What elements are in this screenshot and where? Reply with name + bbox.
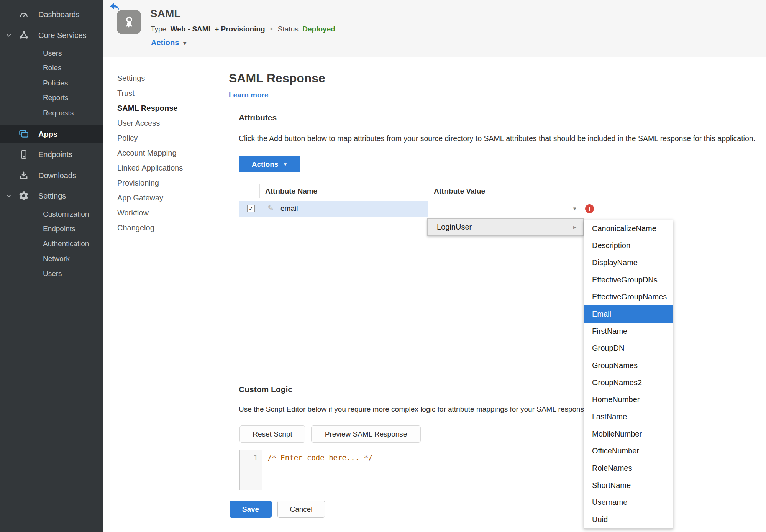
meta-separator: • [270, 25, 273, 33]
chevron-down-icon[interactable] [5, 192, 13, 200]
custom-logic-heading: Custom Logic [239, 385, 292, 394]
apps-icon [18, 128, 30, 140]
editor-gutter: 1 [240, 450, 262, 490]
attributes-table: Attribute Name Attribute Value ✓ ✎ email… [239, 182, 596, 369]
sidebar-item-dashboards[interactable]: Dashboards [0, 7, 103, 22]
submenu-item-lastname[interactable]: LastName [584, 408, 673, 425]
sidebar-item-settings[interactable]: Settings [0, 188, 103, 204]
caret-right-icon: ▸ [573, 223, 576, 231]
sidebar-item-label: Endpoints [38, 150, 72, 159]
chevron-down-icon[interactable] [5, 31, 13, 39]
status-badge: Deployed [302, 25, 335, 33]
sidebar-item-apps-active[interactable]: Apps [0, 125, 103, 143]
custom-logic-description: Use the Script Editor below if you requi… [239, 405, 590, 414]
type-value: Web - SAML + Provisioning [171, 25, 265, 33]
submenu-item-mobilenumber[interactable]: MobileNumber [584, 425, 673, 443]
line-number: 1 [254, 453, 258, 462]
status-label: Status: [278, 25, 300, 33]
subnav-app-gateway[interactable]: App Gateway [117, 190, 205, 205]
subnav-saml-response[interactable]: SAML Response [117, 101, 205, 116]
pencil-icon[interactable]: ✎ [267, 204, 274, 213]
core-services-icon [18, 29, 30, 41]
submenu-item-description[interactable]: Description [584, 237, 673, 255]
submenu-item-groupnames[interactable]: GroupNames [584, 357, 673, 374]
phone-icon [18, 148, 30, 161]
attributes-description: Click the Add button below to map attrib… [239, 134, 755, 143]
sidebar-item-roles[interactable]: Roles [0, 60, 103, 76]
learn-more-link[interactable]: Learn more [229, 91, 268, 99]
header-actions-dropdown[interactable]: Actions▼ [151, 38, 187, 47]
subnav-linked-applications[interactable]: Linked Applications [117, 161, 205, 176]
script-editor[interactable]: 1 /* Enter code here... */ [239, 450, 596, 490]
loginuser-menu-item[interactable]: LoginUser ▸ [427, 218, 584, 236]
subnav-divider [210, 75, 210, 489]
caret-down-icon: ▼ [572, 206, 577, 212]
submenu-item-groupdn[interactable]: GroupDN [584, 340, 673, 357]
submenu-item-groupnames2[interactable]: GroupNames2 [584, 374, 673, 391]
submenu-item-firstname[interactable]: FirstName [584, 323, 673, 340]
column-separator [428, 184, 428, 200]
table-row-email[interactable]: ✓ ✎ email ▼ ! [239, 201, 596, 217]
submenu-item-canonicalizename[interactable]: CanonicalizeName [584, 220, 673, 237]
sidebar-item-network[interactable]: Network [0, 251, 103, 266]
sidebar-item-users-settings[interactable]: Users [0, 266, 103, 281]
submenu-item-shortname[interactable]: ShortName [584, 477, 673, 494]
subnav-workflow[interactable]: Workflow [117, 205, 205, 220]
reset-script-button[interactable]: Reset Script [239, 425, 305, 443]
row-checkbox[interactable]: ✓ [247, 205, 255, 212]
attribute-value-dropdown[interactable]: ▼ ! [428, 201, 596, 217]
attribute-name-cell: email [280, 204, 298, 213]
editor-code-line[interactable]: /* Enter code here... */ [267, 453, 373, 462]
submenu-item-rolenames[interactable]: RoleNames [584, 460, 673, 477]
saml-app-icon [117, 10, 141, 34]
subnav-settings[interactable]: Settings [117, 71, 205, 86]
sidebar-item-endpoints[interactable]: Endpoints [0, 147, 103, 162]
column-header-attribute-value: Attribute Value [434, 182, 485, 200]
save-button[interactable]: Save [230, 501, 272, 518]
sidebar-item-downloads[interactable]: Downloads [0, 168, 103, 183]
sidebar-item-users[interactable]: Users [0, 46, 103, 61]
sidebar-item-requests[interactable]: Requests [0, 105, 103, 121]
subnav-trust[interactable]: Trust [117, 86, 205, 101]
subnav-changelog[interactable]: Changelog [117, 220, 205, 235]
caret-down-icon: ▼ [182, 40, 187, 46]
submenu-item-email-selected[interactable]: Email [584, 305, 673, 323]
subnav-provisioning[interactable]: Provisioning [117, 176, 205, 190]
preview-saml-response-button[interactable]: Preview SAML Response [311, 425, 421, 443]
gear-icon [18, 190, 30, 202]
sidebar: Dashboards Core Services Users Roles Pol… [0, 0, 103, 532]
loginuser-submenu: CanonicalizeName Description DisplayName… [584, 220, 673, 529]
attributes-actions-button[interactable]: Actions ▼ [239, 156, 300, 172]
subnav-policy[interactable]: Policy [117, 131, 205, 146]
submenu-item-displayname[interactable]: DisplayName [584, 254, 673, 271]
app-meta-line: Type: Web - SAML + Provisioning • Status… [151, 25, 335, 33]
type-label: Type: [151, 25, 168, 33]
gauge-icon [18, 8, 30, 21]
download-icon [18, 169, 30, 182]
sidebar-item-label: Dashboards [38, 10, 80, 19]
back-arrow-icon[interactable] [110, 3, 120, 12]
sidebar-item-label: Settings [38, 192, 66, 200]
sidebar-item-reports[interactable]: Reports [0, 90, 103, 105]
subnav-user-access[interactable]: User Access [117, 116, 205, 131]
subnav-account-mapping[interactable]: Account Mapping [117, 146, 205, 161]
submenu-item-uuid[interactable]: Uuid [584, 511, 673, 528]
column-separator [259, 184, 260, 198]
app-subnav: Settings Trust SAML Response User Access… [117, 71, 205, 235]
sidebar-item-customization[interactable]: Customization [0, 207, 103, 222]
sidebar-item-label: Core Services [38, 31, 87, 40]
submenu-item-effectivegroupdns[interactable]: EffectiveGroupDNs [584, 271, 673, 289]
submenu-item-homenumber[interactable]: HomeNumber [584, 391, 673, 409]
check-icon: ✓ [249, 205, 254, 212]
sidebar-item-authentication[interactable]: Authentication [0, 236, 103, 251]
submenu-item-username[interactable]: Username [584, 494, 673, 511]
submenu-item-officenumber[interactable]: OfficeNumber [584, 443, 673, 460]
sidebar-item-endpoints-settings[interactable]: Endpoints [0, 221, 103, 236]
cancel-button[interactable]: Cancel [277, 501, 325, 518]
sidebar-item-core-services[interactable]: Core Services [0, 28, 103, 43]
sidebar-item-policies[interactable]: Policies [0, 76, 103, 91]
caret-down-icon: ▼ [283, 162, 287, 167]
error-icon: ! [585, 204, 594, 213]
submenu-item-effectivegroupnames[interactable]: EffectiveGroupNames [584, 289, 673, 306]
app-title: SAML [150, 8, 180, 20]
